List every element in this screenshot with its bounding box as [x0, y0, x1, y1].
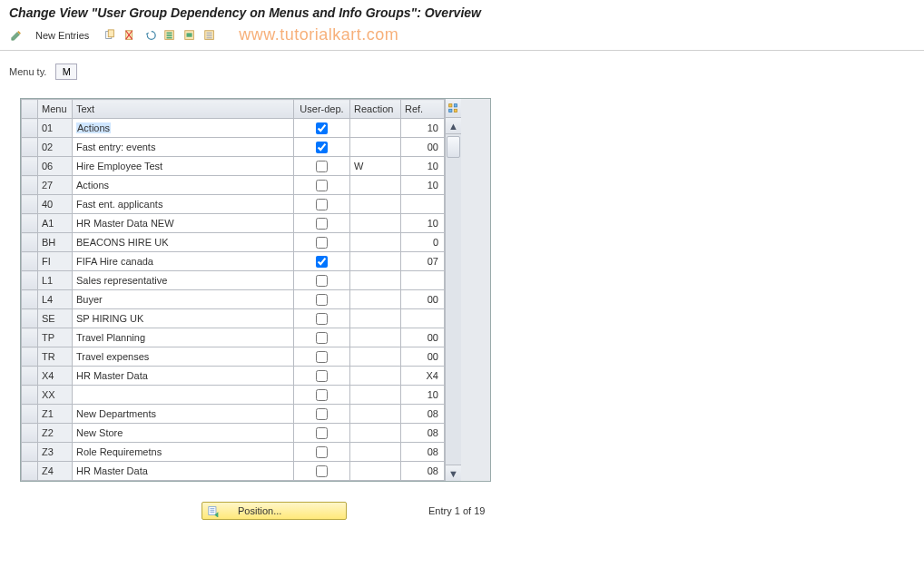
cell-text[interactable]: New Store: [73, 424, 294, 443]
cell-ref[interactable]: 08: [401, 462, 445, 481]
userdep-checkbox[interactable]: [316, 122, 328, 134]
cell-ref[interactable]: 08: [401, 443, 445, 462]
cell-ref[interactable]: X4: [401, 367, 445, 386]
cell-text[interactable]: HR Master Data: [73, 462, 294, 481]
scroll-track[interactable]: [446, 134, 461, 465]
cell-text[interactable]: HR Master Data: [73, 367, 294, 386]
userdep-checkbox[interactable]: [316, 199, 328, 210]
cell-text[interactable]: Actions: [73, 176, 294, 195]
cell-userdep[interactable]: [294, 347, 350, 367]
row-selector[interactable]: [22, 405, 38, 424]
row-selector[interactable]: [22, 309, 38, 328]
cell-reaction[interactable]: [350, 347, 401, 367]
cell-userdep[interactable]: [294, 176, 350, 195]
row-selector[interactable]: [22, 347, 38, 367]
cell-userdep[interactable]: [294, 443, 350, 462]
row-selector[interactable]: [22, 443, 38, 462]
cell-ref[interactable]: 10: [401, 119, 445, 138]
row-selector[interactable]: [22, 328, 38, 347]
cell-text[interactable]: Actions: [73, 119, 294, 138]
cell-userdep[interactable]: [294, 233, 350, 252]
cell-ref[interactable]: 08: [401, 424, 445, 443]
cell-userdep[interactable]: [294, 290, 350, 309]
cell-reaction[interactable]: [350, 195, 401, 214]
cell-reaction[interactable]: [350, 214, 401, 233]
cell-reaction[interactable]: [350, 138, 401, 157]
cell-reaction[interactable]: [350, 405, 401, 424]
cell-userdep[interactable]: [294, 214, 350, 233]
cell-reaction[interactable]: [350, 252, 401, 271]
cell-menu[interactable]: FI: [38, 252, 73, 271]
cell-text[interactable]: [73, 386, 294, 405]
userdep-checkbox[interactable]: [316, 332, 328, 344]
cell-userdep[interactable]: [294, 195, 350, 214]
cell-menu[interactable]: XX: [38, 386, 73, 405]
cell-ref[interactable]: 07: [401, 252, 445, 271]
select-block-icon[interactable]: [181, 26, 199, 44]
cell-userdep[interactable]: [294, 386, 350, 405]
cell-text[interactable]: Sales representative: [73, 271, 294, 290]
row-selector[interactable]: [22, 119, 38, 138]
cell-reaction[interactable]: W: [350, 157, 401, 176]
cell-text[interactable]: BEACONS HIRE UK: [73, 233, 294, 252]
cell-menu[interactable]: BH: [38, 233, 73, 252]
cell-ref[interactable]: 10: [401, 214, 445, 233]
cell-menu[interactable]: 01: [38, 119, 73, 138]
cell-userdep[interactable]: [294, 367, 350, 386]
cell-menu[interactable]: 40: [38, 195, 73, 214]
scroll-up-icon[interactable]: ▲: [446, 118, 461, 134]
table-vertical-scrollbar[interactable]: ▲ ▼: [445, 99, 461, 481]
cell-reaction[interactable]: [350, 443, 401, 462]
col-header-reaction[interactable]: Reaction: [350, 100, 401, 119]
row-selector[interactable]: [22, 214, 38, 233]
cell-reaction[interactable]: [350, 462, 401, 481]
row-selector[interactable]: [22, 176, 38, 195]
cell-text[interactable]: Travel expenses: [73, 347, 294, 367]
cell-reaction[interactable]: [350, 309, 401, 328]
cell-reaction[interactable]: [350, 271, 401, 290]
position-button[interactable]: Position...: [202, 502, 347, 520]
row-selector[interactable]: [22, 252, 38, 271]
cell-text[interactable]: Role Requiremetns: [73, 443, 294, 462]
row-selector[interactable]: [22, 271, 38, 290]
cell-reaction[interactable]: [350, 367, 401, 386]
cell-ref[interactable]: 0: [401, 233, 445, 252]
col-header-ref[interactable]: Ref.: [401, 100, 445, 119]
cell-reaction[interactable]: [350, 290, 401, 309]
userdep-checkbox[interactable]: [316, 313, 328, 325]
userdep-checkbox[interactable]: [316, 408, 328, 420]
cell-ref[interactable]: 08: [401, 405, 445, 424]
cell-menu[interactable]: X4: [38, 367, 73, 386]
cell-userdep[interactable]: [294, 157, 350, 176]
deselect-all-icon[interactable]: [201, 26, 219, 44]
userdep-checkbox[interactable]: [316, 370, 328, 382]
scroll-down-icon[interactable]: ▼: [446, 465, 461, 481]
cell-text[interactable]: Buyer: [73, 290, 294, 309]
cell-menu[interactable]: Z1: [38, 405, 73, 424]
cell-menu[interactable]: Z4: [38, 462, 73, 481]
userdep-checkbox[interactable]: [316, 161, 328, 172]
userdep-checkbox[interactable]: [316, 389, 328, 401]
row-selector[interactable]: [22, 462, 38, 481]
userdep-checkbox[interactable]: [316, 142, 328, 153]
cell-reaction[interactable]: [350, 424, 401, 443]
cell-ref[interactable]: 00: [401, 328, 445, 347]
cell-menu[interactable]: TP: [38, 328, 73, 347]
cell-userdep[interactable]: [294, 462, 350, 481]
userdep-checkbox[interactable]: [316, 427, 328, 439]
cell-menu[interactable]: 02: [38, 138, 73, 157]
toggle-change-icon[interactable]: [7, 26, 25, 44]
col-header-select[interactable]: [22, 100, 38, 119]
select-all-icon[interactable]: [161, 26, 179, 44]
row-selector[interactable]: [22, 367, 38, 386]
userdep-checkbox[interactable]: [316, 256, 328, 268]
cell-userdep[interactable]: [294, 424, 350, 443]
cell-text[interactable]: Hire Employee Test: [73, 157, 294, 176]
cell-ref[interactable]: 10: [401, 176, 445, 195]
cell-userdep[interactable]: [294, 138, 350, 157]
cell-reaction[interactable]: [350, 233, 401, 252]
table-settings-icon[interactable]: [446, 99, 461, 118]
cell-menu[interactable]: Z2: [38, 424, 73, 443]
cell-userdep[interactable]: [294, 252, 350, 271]
userdep-checkbox[interactable]: [316, 446, 328, 458]
